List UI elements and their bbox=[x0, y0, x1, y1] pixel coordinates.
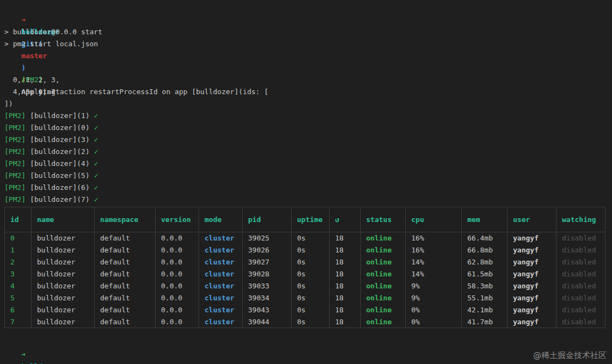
blank-line bbox=[4, 50, 608, 62]
prompt-line-bottom[interactable]: ➜ bulldozer git:( master ) ✗ bbox=[4, 337, 608, 349]
check-icon: ✓ bbox=[94, 159, 98, 168]
table-cell: cluster bbox=[199, 244, 243, 256]
table-cell: 0s bbox=[292, 316, 330, 328]
table-cell: 66.8mb bbox=[462, 244, 508, 256]
npm-script-line: > bulldozer@0.0.0 start bbox=[4, 26, 608, 38]
prompt-arrow-icon: ➜ bbox=[21, 16, 26, 24]
pm2-done-line: [PM2][bulldozer](1)✓ bbox=[4, 110, 608, 122]
column-header: name bbox=[32, 207, 95, 232]
table-cell: disabled bbox=[557, 292, 605, 304]
pm2-tag: [PM2] bbox=[4, 147, 26, 156]
table-cell: 0.0.0 bbox=[156, 304, 199, 316]
table-cell: default bbox=[95, 280, 156, 292]
npm-script-line: > pm2 start local.json bbox=[4, 38, 608, 50]
table-cell: 0.0.0 bbox=[156, 268, 199, 280]
table-cell: 58.3mb bbox=[462, 280, 508, 292]
table-row: 3bulldozerdefault0.0.0cluster390280s18on… bbox=[5, 268, 605, 280]
table-cell: 0.0.0 bbox=[156, 256, 199, 268]
table-cell: 18 bbox=[330, 304, 361, 316]
table-cell: default bbox=[95, 256, 156, 268]
table-cell: yangyf bbox=[508, 304, 557, 316]
table-cell: 14% bbox=[406, 256, 462, 268]
table-cell: online bbox=[361, 280, 406, 292]
table-cell: online bbox=[361, 256, 406, 268]
table-cell: 39043 bbox=[243, 304, 292, 316]
pm2-tag: [PM2] bbox=[4, 135, 26, 144]
table-row: 4bulldozerdefault0.0.0cluster390330s18on… bbox=[5, 280, 605, 292]
column-header: cpu bbox=[406, 207, 462, 232]
table-header-row: idnamenamespaceversionmodepiduptime↺stat… bbox=[5, 207, 605, 232]
table-cell: bulldozer bbox=[32, 256, 95, 268]
prompt-line-top: ➜ bulldozer git:( master ) ✗ npm start bbox=[4, 2, 608, 14]
table-cell: cluster bbox=[199, 304, 243, 316]
table-cell: 6 bbox=[5, 304, 32, 316]
git-suffix: ) bbox=[21, 64, 26, 72]
table-cell: online bbox=[361, 232, 406, 244]
pm2-done-text: [bulldozer](5) bbox=[30, 171, 90, 180]
table-cell: yangyf bbox=[508, 292, 557, 304]
table-cell: cluster bbox=[199, 316, 243, 328]
table-cell: bulldozer bbox=[32, 244, 95, 256]
pm2-done-text: [bulldozer](2) bbox=[30, 147, 90, 156]
pm2-action-text: Applying action restartProcessId on app … bbox=[21, 88, 268, 96]
table-cell: 18 bbox=[330, 244, 361, 256]
blank-line bbox=[4, 14, 608, 26]
git-branch: master bbox=[21, 52, 47, 60]
table-cell: bulldozer bbox=[32, 304, 95, 316]
pm2-done-text: [bulldozer](4) bbox=[30, 159, 90, 168]
table-cell: 9% bbox=[406, 280, 462, 292]
table-cell: 2 bbox=[5, 256, 32, 268]
check-icon: ✓ bbox=[94, 147, 98, 156]
table-cell: 41.7mb bbox=[462, 316, 508, 328]
check-icon: ✓ bbox=[94, 112, 98, 120]
pm2-done-line: [PM2][bulldozer](7)✓ bbox=[4, 194, 608, 206]
table-cell: bulldozer bbox=[32, 280, 95, 292]
table-row: 0bulldozerdefault0.0.0cluster390250s18on… bbox=[5, 232, 605, 244]
table-cell: 42.1mb bbox=[462, 304, 508, 316]
table-cell: bulldozer bbox=[32, 292, 95, 304]
pm2-tag: [PM2] bbox=[4, 112, 26, 120]
table-row: 7bulldozerdefault0.0.0cluster390440s18on… bbox=[5, 316, 605, 328]
table-cell: cluster bbox=[199, 280, 243, 292]
table-cell: default bbox=[95, 292, 156, 304]
pm2-done-lines: [PM2][bulldozer](1)✓[PM2][bulldozer](0)✓… bbox=[4, 110, 608, 206]
pm2-ids-line: ]) bbox=[4, 98, 608, 110]
table-cell: default bbox=[95, 244, 156, 256]
column-header: uptime bbox=[292, 207, 330, 232]
pm2-done-text: [bulldozer](3) bbox=[30, 135, 90, 144]
table-cell: 9% bbox=[406, 292, 462, 304]
table-cell: online bbox=[361, 244, 406, 256]
pm2-tag: [PM2] bbox=[4, 124, 26, 132]
table-cell: online bbox=[361, 316, 406, 328]
table-cell: 66.4mb bbox=[462, 232, 508, 244]
table-cell: 0.0.0 bbox=[156, 244, 199, 256]
table-cell: 39025 bbox=[243, 232, 292, 244]
table-cell: bulldozer bbox=[32, 268, 95, 280]
check-icon: ✓ bbox=[94, 124, 98, 132]
pm2-ids-line: 0, 1, 2, 3, bbox=[4, 74, 608, 86]
table-cell: yangyf bbox=[508, 280, 557, 292]
terminal-window[interactable]: ➜ bulldozer git:( master ) ✗ npm start >… bbox=[0, 0, 612, 349]
table-cell: cluster bbox=[199, 256, 243, 268]
table-cell: disabled bbox=[557, 244, 605, 256]
table-cell: 18 bbox=[330, 268, 361, 280]
table-cell: yangyf bbox=[508, 316, 557, 328]
table-cell: 0.0.0 bbox=[156, 232, 199, 244]
column-header: id bbox=[5, 207, 32, 232]
column-header: watching bbox=[557, 207, 605, 232]
table-cell: cluster bbox=[199, 292, 243, 304]
pm2-done-text: [bulldozer](7) bbox=[30, 195, 90, 203]
table-cell: 0.0.0 bbox=[156, 316, 199, 328]
pm2-tag: [PM2] bbox=[4, 171, 26, 180]
table-cell: 39033 bbox=[243, 280, 292, 292]
table-cell: default bbox=[95, 304, 156, 316]
pm2-done-text: [bulldozer](1) bbox=[30, 112, 90, 120]
table-cell: disabled bbox=[557, 316, 605, 328]
pm2-tag: [PM2] bbox=[4, 183, 26, 192]
table-cell: 18 bbox=[330, 280, 361, 292]
table-cell: online bbox=[361, 304, 406, 316]
pm2-done-line: [PM2][bulldozer](4)✓ bbox=[4, 158, 608, 170]
table-cell: 0s bbox=[292, 292, 330, 304]
table-cell: 18 bbox=[330, 292, 361, 304]
pm2-process-table: idnamenamespaceversionmodepiduptime↺stat… bbox=[4, 207, 605, 328]
